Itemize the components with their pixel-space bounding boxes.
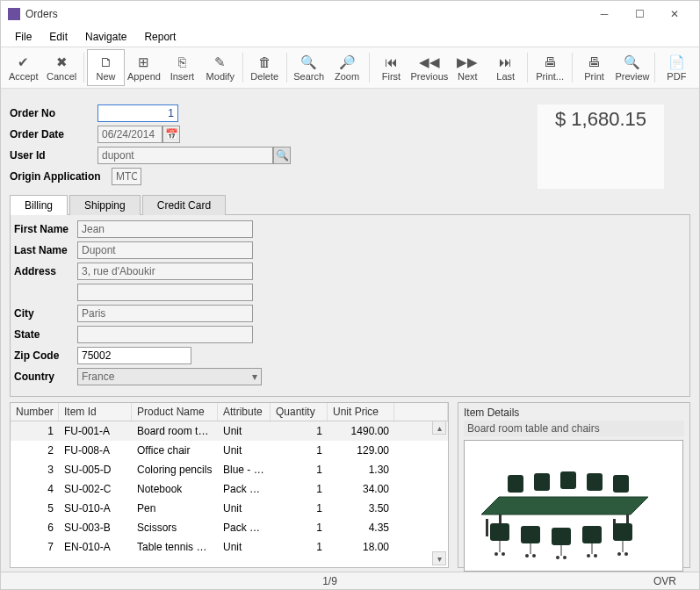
order-date-input[interactable]: [97, 126, 162, 143]
previous-button[interactable]: ◀◀Previous: [410, 49, 448, 86]
order-date-label: Order Date: [10, 128, 97, 140]
last-name-label: Last Name: [14, 244, 77, 256]
first-button[interactable]: ⏮First: [372, 49, 410, 86]
cell-attribute: Unit: [218, 539, 271, 555]
svg-point-22: [525, 554, 529, 558]
print-dialog-button[interactable]: 🖶Print...: [530, 49, 568, 86]
svg-point-21: [502, 552, 505, 556]
col-product-name[interactable]: Product Name: [132, 403, 218, 421]
col-number[interactable]: Number: [11, 403, 59, 421]
new-button[interactable]: 🗋New: [87, 49, 125, 86]
cell-quantity: 1: [271, 481, 328, 497]
menu-report[interactable]: Report: [135, 29, 184, 45]
zip-input[interactable]: [77, 347, 191, 364]
svg-point-26: [587, 554, 590, 558]
tab-billing[interactable]: Billing: [10, 195, 68, 215]
append-button[interactable]: ⊞Append: [125, 49, 162, 86]
col-unit-price[interactable]: Unit Price: [328, 403, 394, 421]
maximize-button[interactable]: ☐: [622, 1, 657, 27]
search-button[interactable]: 🔍Search: [290, 49, 328, 86]
table-row[interactable]: 5SU-010-APenUnit13.50: [11, 499, 448, 518]
cell-number: 2: [11, 442, 59, 458]
table-row[interactable]: 6SU-003-BScissorsPack of 514.35: [11, 518, 448, 537]
cell-product-name: Board room table...: [132, 423, 218, 439]
item-details-panel: Item Details Board room table and chairs: [458, 402, 690, 568]
user-id-input[interactable]: [97, 147, 273, 164]
order-no-input[interactable]: [97, 104, 178, 122]
preview-button[interactable]: 🔍Preview: [613, 49, 651, 86]
cell-number: 6: [11, 520, 59, 536]
state-input[interactable]: [77, 326, 253, 343]
col-attribute[interactable]: Attribute: [218, 403, 271, 421]
trash-icon: 🗑: [258, 54, 271, 70]
zip-label: Zip Code: [14, 349, 77, 362]
table-row[interactable]: 4SU-002-CNotebookPack of 10134.00: [11, 479, 448, 499]
cell-item-id: SU-002-C: [59, 481, 132, 497]
menu-edit[interactable]: Edit: [40, 29, 76, 45]
col-quantity[interactable]: Quantity: [271, 403, 328, 421]
scroll-up-button[interactable]: ▴: [432, 421, 446, 435]
accept-button[interactable]: ✔Accept: [4, 49, 42, 86]
last-name-input[interactable]: [77, 241, 253, 259]
total-price-display: $ 1,680.15: [538, 104, 664, 189]
insert-icon: ⎘: [178, 54, 186, 70]
pdf-icon: 📄: [668, 54, 685, 70]
table-row[interactable]: 1FU-001-ABoard room table...Unit11490.00: [11, 421, 448, 441]
toolbar-separator: [527, 53, 528, 83]
menu-navigate[interactable]: Navigate: [76, 29, 135, 45]
toolbar-separator: [286, 53, 287, 83]
line-items-grid[interactable]: Number Item Id Product Name Attribute Qu…: [10, 402, 449, 568]
cell-unit-price: 1490.00: [328, 423, 394, 439]
tab-shipping[interactable]: Shipping: [69, 195, 141, 215]
cell-quantity: 1: [271, 462, 328, 478]
menu-file[interactable]: File: [6, 29, 40, 45]
next-button[interactable]: ▶▶Next: [449, 49, 487, 86]
new-doc-icon: 🗋: [99, 54, 112, 70]
cell-item-id: SU-010-A: [59, 500, 132, 516]
address-label: Address: [14, 265, 77, 277]
close-button[interactable]: ✕: [657, 1, 692, 27]
origin-app-label: Origin Application: [10, 170, 112, 183]
calendar-button[interactable]: 📅: [162, 126, 180, 143]
svg-point-28: [617, 552, 621, 556]
calendar-icon: 📅: [165, 128, 178, 140]
delete-button[interactable]: 🗑Delete: [246, 49, 284, 86]
table-row[interactable]: 3SU-005-DColoring pencilsBlue - Pa...11.…: [11, 460, 448, 479]
country-label: Country: [14, 371, 77, 383]
window-title: Orders: [25, 8, 587, 20]
svg-point-24: [556, 556, 559, 559]
user-lookup-button[interactable]: 🔍: [273, 147, 291, 164]
col-item-id[interactable]: Item Id: [59, 403, 132, 421]
table-row[interactable]: 7EN-010-ATable tennis pad...Unit118.00: [11, 537, 448, 557]
cell-attribute: Unit: [218, 442, 271, 458]
toolbar-separator: [654, 53, 655, 83]
svg-rect-5: [508, 475, 523, 493]
cell-product-name: Scissors: [132, 520, 218, 536]
svg-rect-3: [486, 519, 488, 536]
page-indicator: 1/9: [322, 575, 337, 587]
first-name-input[interactable]: [77, 220, 253, 238]
detail-product-name: Board room table and chairs: [464, 421, 684, 436]
minimize-button[interactable]: ─: [587, 1, 622, 27]
last-icon: ⏭: [499, 54, 512, 70]
cancel-button[interactable]: ✖Cancel: [42, 49, 80, 86]
pdf-button[interactable]: 📄PDF: [658, 49, 696, 86]
svg-rect-10: [490, 523, 509, 541]
last-button[interactable]: ⏭Last: [487, 49, 524, 86]
title-bar: Orders ─ ☐ ✕: [1, 1, 699, 27]
table-row[interactable]: 2FU-008-AOffice chairUnit1129.00: [11, 441, 448, 460]
address-line1-input[interactable]: [77, 263, 253, 280]
address-line2-input[interactable]: [77, 284, 253, 301]
country-select[interactable]: France▾: [77, 368, 262, 385]
insert-button[interactable]: ⎘Insert: [163, 49, 201, 86]
scroll-down-button[interactable]: ▾: [432, 551, 446, 565]
city-input[interactable]: [77, 305, 253, 322]
cell-number: 7: [11, 539, 59, 555]
modify-button[interactable]: ✎Modify: [201, 49, 239, 86]
zoom-button[interactable]: 🔎Zoom: [328, 49, 365, 86]
status-bar: 1/9 OVR: [1, 572, 699, 589]
print-button[interactable]: 🖶Print: [575, 49, 613, 86]
svg-rect-12: [552, 528, 571, 545]
check-icon: ✔: [18, 54, 29, 70]
tab-credit-card[interactable]: Credit Card: [142, 195, 226, 215]
